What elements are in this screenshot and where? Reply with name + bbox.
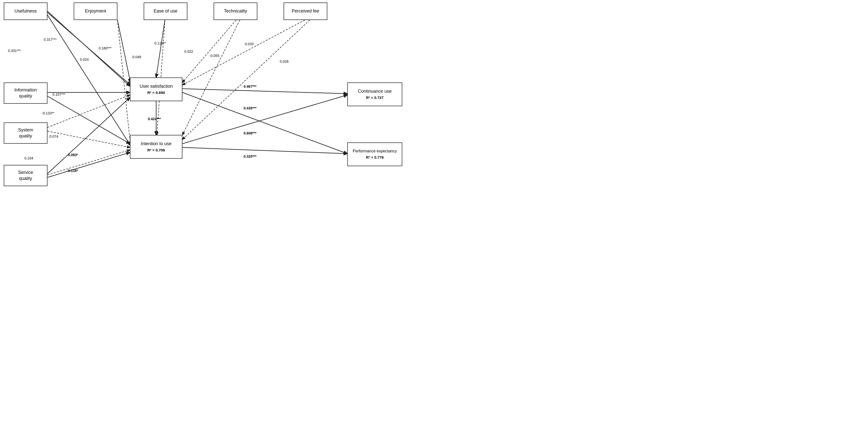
box-ease-of-use-label: Ease of use — [154, 8, 177, 14]
box-technicality-label: Technicality — [224, 8, 247, 14]
svg-line-0 — [48, 11, 130, 86]
box-info-quality-label: Informationquality — [14, 87, 37, 99]
coef-ease-us: 0.113** — [154, 41, 166, 45]
diagram-container: Usefulness Enjoyment Ease of use Technic… — [0, 0, 434, 222]
coef-us-itu: 0.424*** — [148, 117, 161, 121]
coef-info-itu: -0.133** — [42, 111, 55, 115]
box-performance-expectancy-label: Performance expectancy — [353, 149, 397, 154]
box-perceived-fee-label: Perceived fee — [291, 8, 319, 14]
svg-line-19 — [182, 20, 310, 139]
svg-line-3 — [118, 20, 130, 83]
box-performance-expectancy-r2: R² = 0.778 — [366, 155, 383, 160]
coef-system: 0.074 — [50, 134, 58, 138]
box-continuance-use: Continuance use R² = 0.727 — [347, 83, 402, 106]
coef-itu-cu: 0.435*** — [244, 106, 256, 110]
box-performance-expectancy: Performance expectancy R² = 0.778 — [347, 142, 402, 166]
box-service-quality: Servicequality — [4, 165, 48, 186]
box-perceived-fee: Perceived fee — [284, 2, 327, 20]
svg-line-11 — [182, 95, 347, 144]
box-enjoyment: Enjoyment — [74, 2, 118, 20]
box-ease-of-use: Ease of use — [144, 2, 187, 20]
coef-tech-us: 0.022 — [184, 50, 193, 54]
box-system-quality-label: Systemquality — [18, 127, 33, 139]
coef-enjoyment-itu: 0.024 — [80, 58, 89, 61]
svg-line-14 — [118, 20, 130, 145]
box-enjoyment-label: Enjoyment — [85, 8, 106, 14]
box-usefulness-label: Usefulness — [14, 8, 37, 14]
coef-usefulness-itu: 0.331*** — [8, 49, 21, 53]
box-system-quality: Systemquality — [4, 122, 48, 144]
box-info-quality: Informationquality — [4, 83, 48, 104]
coef-service-itu: 0.116* — [68, 169, 78, 173]
svg-line-17 — [182, 20, 240, 135]
coef-tech-itu: -0.055 — [209, 54, 219, 58]
box-intention-to-use-r2: R² = 0.706 — [147, 148, 165, 153]
coef-itu-pe: 0.320*** — [244, 154, 256, 158]
box-service-quality-label: Servicequality — [18, 170, 33, 181]
coef-service-us2: 0.093* — [68, 153, 78, 157]
svg-line-8 — [48, 152, 130, 178]
box-user-satisfaction-r2: R² = 0.690 — [147, 90, 165, 95]
svg-line-10 — [182, 92, 347, 154]
svg-line-12 — [182, 148, 347, 154]
svg-line-2 — [48, 15, 130, 146]
svg-line-1 — [48, 12, 130, 85]
arrows-svg — [0, 0, 434, 222]
box-continuance-use-r2: R² = 0.727 — [366, 95, 383, 100]
coef-enjoyment-us: 0.160*** — [99, 46, 112, 50]
svg-line-9 — [182, 89, 347, 94]
box-intention-to-use: Intention to use R² = 0.706 — [130, 135, 182, 159]
svg-line-6 — [48, 96, 130, 144]
coef-fee-itu: 0.026 — [280, 60, 288, 63]
coef-us-cu: 0.467*** — [244, 85, 256, 89]
svg-line-20 — [48, 95, 130, 127]
svg-line-22 — [48, 150, 130, 175]
box-continuance-use-label: Continuance use — [358, 89, 392, 94]
coef-ease-itu: 0.049 — [132, 55, 141, 59]
coef-service-us: 0.104 — [25, 156, 33, 160]
box-user-satisfaction-label: User satisfaction — [140, 84, 173, 89]
box-technicality: Technicality — [214, 2, 257, 20]
svg-line-4 — [156, 20, 165, 77]
coef-info-us: 0.157*** — [53, 92, 65, 96]
coef-usefulness-us: 0.317*** — [44, 37, 57, 41]
box-user-satisfaction: User satisfaction R² = 0.690 — [130, 77, 182, 101]
box-intention-to-use-label: Intention to use — [141, 141, 172, 147]
coef-us-pe: 0.608*** — [244, 131, 256, 135]
coef-fee-us: 0.033 — [245, 42, 254, 46]
svg-line-18 — [182, 20, 305, 85]
svg-line-13 — [48, 97, 130, 173]
svg-line-21 — [48, 131, 130, 148]
box-usefulness: Usefulness — [4, 2, 48, 20]
